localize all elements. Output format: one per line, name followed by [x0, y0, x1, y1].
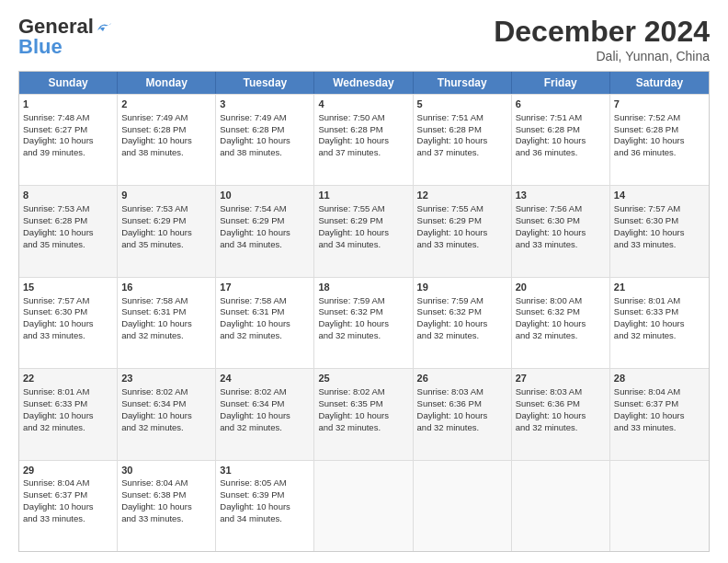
day-info-line: Sunset: 6:37 PM [23, 489, 113, 501]
day-info-line: Daylight: 10 hours [121, 318, 211, 330]
day-number: 16 [121, 281, 211, 294]
day-info-line: Sunrise: 7:57 AM [614, 203, 705, 215]
header-day-friday: Friday [512, 72, 610, 94]
day-cell-18: 18Sunrise: 7:59 AMSunset: 6:32 PMDayligh… [314, 278, 413, 368]
day-info-line: Daylight: 10 hours [220, 410, 310, 422]
day-number: 30 [121, 464, 211, 477]
day-number: 22 [23, 372, 113, 385]
title-block: December 2024 Dali, Yunnan, China [494, 15, 710, 63]
day-info-line: and 39 minutes. [23, 147, 113, 159]
day-info-line: Sunset: 6:29 PM [318, 215, 408, 227]
day-info-line: Sunset: 6:30 PM [23, 306, 113, 318]
day-info-line: Daylight: 10 hours [318, 227, 408, 239]
day-info-line: Sunset: 6:28 PM [417, 124, 507, 136]
empty-cell [414, 461, 512, 551]
day-info-line: Daylight: 10 hours [614, 318, 705, 330]
day-info-line: Daylight: 10 hours [417, 318, 507, 330]
calendar-title: December 2024 [494, 15, 710, 49]
day-cell-20: 20Sunrise: 8:00 AMSunset: 6:32 PMDayligh… [512, 278, 610, 368]
day-info-line: and 32 minutes. [121, 422, 211, 434]
logo-blue: Blue [18, 35, 63, 59]
day-cell-15: 15Sunrise: 7:57 AMSunset: 6:30 PMDayligh… [19, 278, 118, 368]
day-info-line: Sunrise: 8:02 AM [121, 386, 211, 398]
day-cell-14: 14Sunrise: 7:57 AMSunset: 6:30 PMDayligh… [610, 186, 709, 276]
day-cell-28: 28Sunrise: 8:04 AMSunset: 6:37 PMDayligh… [610, 369, 709, 459]
day-info-line: Daylight: 10 hours [220, 318, 310, 330]
day-cell-5: 5Sunrise: 7:51 AMSunset: 6:28 PMDaylight… [414, 95, 512, 185]
day-info-line: Daylight: 10 hours [23, 318, 113, 330]
day-cell-9: 9Sunrise: 7:53 AMSunset: 6:29 PMDaylight… [118, 186, 216, 276]
day-info-line: Sunset: 6:29 PM [121, 215, 211, 227]
logo-bird-icon [96, 21, 112, 34]
day-info-line: Sunrise: 7:59 AM [318, 295, 408, 307]
day-info-line: Sunrise: 7:49 AM [121, 112, 211, 124]
day-info-line: Sunset: 6:33 PM [614, 306, 705, 318]
day-cell-30: 30Sunrise: 8:04 AMSunset: 6:38 PMDayligh… [118, 461, 216, 551]
calendar: SundayMondayTuesdayWednesdayThursdayFrid… [18, 71, 710, 552]
day-info-line: Daylight: 10 hours [614, 410, 705, 422]
day-info-line: Daylight: 10 hours [220, 501, 310, 513]
day-number: 14 [614, 189, 705, 202]
day-info-line: Sunset: 6:32 PM [318, 306, 408, 318]
day-info-line: and 33 minutes. [516, 239, 606, 251]
week-row-4: 22Sunrise: 8:01 AMSunset: 6:33 PMDayligh… [19, 368, 709, 459]
day-info-line: Sunset: 6:31 PM [220, 306, 310, 318]
day-info-line: and 33 minutes. [614, 239, 705, 251]
day-info-line: Sunrise: 7:48 AM [23, 112, 113, 124]
day-cell-13: 13Sunrise: 7:56 AMSunset: 6:30 PMDayligh… [512, 186, 610, 276]
header-day-monday: Monday [118, 72, 216, 94]
empty-cell [512, 461, 610, 551]
day-info-line: Daylight: 10 hours [23, 227, 113, 239]
day-info-line: Sunrise: 8:01 AM [23, 386, 113, 398]
day-info-line: Daylight: 10 hours [220, 135, 310, 147]
day-info-line: Sunrise: 7:51 AM [516, 112, 606, 124]
day-info-line: Sunset: 6:28 PM [220, 124, 310, 136]
day-info-line: Daylight: 10 hours [516, 410, 606, 422]
day-info-line: Sunrise: 8:04 AM [614, 386, 705, 398]
day-info-line: Sunset: 6:34 PM [220, 398, 310, 410]
day-info-line: Sunset: 6:39 PM [220, 489, 310, 501]
day-number: 8 [23, 189, 113, 202]
day-info-line: Daylight: 10 hours [121, 410, 211, 422]
day-info-line: Daylight: 10 hours [417, 135, 507, 147]
day-number: 28 [614, 372, 705, 385]
day-info-line: and 32 minutes. [417, 330, 507, 342]
day-info-line: Daylight: 10 hours [121, 135, 211, 147]
day-info-line: and 34 minutes. [318, 239, 408, 251]
day-info-line: Daylight: 10 hours [121, 227, 211, 239]
day-number: 18 [318, 281, 408, 294]
day-number: 1 [23, 98, 113, 111]
day-cell-21: 21Sunrise: 8:01 AMSunset: 6:33 PMDayligh… [610, 278, 709, 368]
logo: General Blue [18, 15, 112, 59]
day-info-line: Sunset: 6:28 PM [121, 124, 211, 136]
day-info-line: Daylight: 10 hours [23, 501, 113, 513]
day-info-line: and 32 minutes. [318, 330, 408, 342]
day-info-line: Sunset: 6:38 PM [121, 489, 211, 501]
day-number: 3 [220, 98, 310, 111]
day-info-line: Sunrise: 8:04 AM [23, 477, 113, 489]
day-info-line: Daylight: 10 hours [318, 410, 408, 422]
day-info-line: Sunrise: 7:57 AM [23, 295, 113, 307]
day-info-line: Sunset: 6:36 PM [417, 398, 507, 410]
week-row-1: 1Sunrise: 7:48 AMSunset: 6:27 PMDaylight… [19, 94, 709, 185]
empty-cell [610, 461, 709, 551]
day-info-line: Sunset: 6:32 PM [516, 306, 606, 318]
day-number: 24 [220, 372, 310, 385]
day-cell-8: 8Sunrise: 7:53 AMSunset: 6:28 PMDaylight… [19, 186, 118, 276]
day-info-line: Sunset: 6:28 PM [23, 215, 113, 227]
calendar-subtitle: Dali, Yunnan, China [494, 49, 710, 63]
day-info-line: and 32 minutes. [516, 422, 606, 434]
day-number: 21 [614, 281, 705, 294]
day-info-line: Sunrise: 8:02 AM [318, 386, 408, 398]
day-cell-25: 25Sunrise: 8:02 AMSunset: 6:35 PMDayligh… [314, 369, 413, 459]
day-info-line: and 36 minutes. [614, 147, 705, 159]
day-info-line: Sunset: 6:28 PM [516, 124, 606, 136]
day-info-line: Sunrise: 7:53 AM [121, 203, 211, 215]
day-info-line: Daylight: 10 hours [516, 135, 606, 147]
day-cell-23: 23Sunrise: 8:02 AMSunset: 6:34 PMDayligh… [118, 369, 216, 459]
day-number: 12 [417, 189, 507, 202]
day-info-line: and 32 minutes. [516, 330, 606, 342]
day-number: 5 [417, 98, 507, 111]
day-info-line: Sunrise: 8:02 AM [220, 386, 310, 398]
day-cell-12: 12Sunrise: 7:55 AMSunset: 6:29 PMDayligh… [414, 186, 512, 276]
